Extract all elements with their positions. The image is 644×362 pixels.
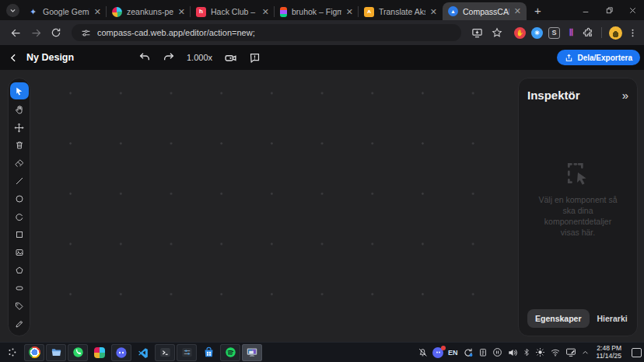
taskbar-chrome[interactable] (24, 344, 44, 361)
figma-favicon (280, 7, 287, 17)
tab-close-button[interactable]: ✕ (94, 8, 101, 16)
redo-button[interactable] (163, 51, 175, 64)
brightness-tray-icon[interactable] (535, 347, 545, 357)
clipboard-tray-icon[interactable] (478, 347, 488, 357)
gemini-favicon: ✦ (28, 7, 38, 17)
tool-eraser[interactable] (10, 155, 28, 171)
blue-extension-icon[interactable]: ✳ (531, 27, 543, 39)
puzzle-icon (583, 27, 594, 39)
hidden-icons-button[interactable] (581, 349, 590, 357)
new-tab-button[interactable]: + (534, 5, 541, 16)
tool-rounded-rectangle[interactable] (10, 280, 28, 296)
taskbar-spotify[interactable] (220, 344, 240, 361)
tab-close-button[interactable]: ✕ (514, 7, 521, 16)
chrome-icon (29, 346, 40, 358)
speaker-icon (507, 347, 518, 358)
tool-hand[interactable] (10, 102, 28, 117)
tool-pencil[interactable] (10, 316, 28, 332)
tab-zeankuns[interactable]: zeankuns-persona ✕ (107, 3, 191, 20)
app-back-button[interactable] (0, 53, 26, 63)
tool-select[interactable] (10, 82, 29, 99)
browser-menu-button[interactable] (628, 28, 638, 38)
trash-icon (15, 141, 24, 150)
start-button[interactable] (2, 344, 23, 361)
whatsapp-icon (72, 346, 84, 358)
tool-image[interactable] (10, 245, 28, 260)
tab-figma[interactable]: bruhok – Figma ✕ (275, 3, 359, 20)
tab-compasscad-active[interactable]: ▲ CompassCAD ✕ (443, 2, 527, 20)
language-indicator[interactable]: EN (448, 349, 458, 357)
tab-google-gemini[interactable]: ✦ Google Gemini ✕ (23, 3, 107, 20)
tab-label: bruhok – Figma (292, 7, 341, 16)
circle-icon (15, 194, 24, 204)
back-icon (10, 27, 22, 39)
s-extension-icon[interactable]: S (548, 27, 560, 39)
zoom-level[interactable]: 1.000x (187, 53, 212, 62)
taskbar-volume-mixer[interactable] (177, 344, 197, 361)
wifi-tray-icon[interactable] (550, 348, 561, 357)
bluetooth-icon (523, 347, 530, 357)
tab-hack-club[interactable]: h Hack Club – Ship ✕ (191, 3, 275, 20)
inspector-empty-message: Välj en komponent så ska dina komponentd… (539, 194, 618, 238)
notification-badge (441, 346, 446, 350)
tab-close-button[interactable]: ✕ (178, 8, 185, 16)
cast-display-tray-icon[interactable] (565, 347, 576, 357)
tool-polygon[interactable] (10, 263, 28, 278)
tab-close-button[interactable]: ✕ (262, 8, 269, 16)
tool-rectangle[interactable] (10, 227, 28, 242)
install-app-button[interactable] (467, 23, 486, 42)
bluetooth-tray-icon[interactable] (523, 347, 530, 357)
tool-line[interactable] (10, 173, 28, 189)
sync-icon (463, 347, 474, 358)
share-export-button[interactable]: Dela/Exportera (557, 50, 640, 65)
kebab-menu-icon (628, 28, 638, 38)
tab-hierarki[interactable]: Hierarki (597, 314, 628, 323)
minimize-button[interactable] (574, 0, 597, 20)
back-button[interactable] (6, 23, 25, 42)
taskbar-file-explorer[interactable] (46, 344, 66, 361)
taskbar-whatsapp[interactable] (68, 344, 88, 361)
reload-button[interactable] (47, 23, 65, 42)
tab-search-button[interactable] (6, 4, 19, 17)
video-camera-icon (224, 51, 237, 64)
taskbar-vscode[interactable] (133, 344, 153, 361)
taskbar-slack[interactable] (89, 344, 110, 361)
camera-button[interactable] (224, 51, 237, 64)
display-pen-icon (565, 347, 576, 357)
tool-label[interactable] (10, 298, 28, 314)
tab-close-button[interactable]: ✕ (346, 8, 353, 16)
sync-tray-icon[interactable] (463, 347, 474, 358)
purple-extension-icon[interactable]: Ⅱ (565, 27, 577, 39)
translate-favicon: ᴀ (364, 7, 374, 17)
tab-close-button[interactable]: ✕ (430, 8, 437, 16)
tool-circle[interactable] (10, 191, 28, 207)
forward-button[interactable] (26, 23, 45, 42)
tool-arc[interactable] (10, 209, 28, 225)
discord-tray-icon[interactable] (432, 347, 443, 358)
taskbar-clock[interactable]: 2:48 PM 11/14/25 (597, 345, 621, 360)
address-bar[interactable]: compass-cad.web.app/editor/action=new; (72, 24, 461, 41)
bookmark-button[interactable] (488, 23, 506, 42)
close-window-button[interactable] (621, 0, 644, 20)
volume-tray-icon[interactable] (507, 347, 518, 358)
tool-move[interactable] (10, 120, 28, 135)
taskbar-terminal[interactable] (155, 344, 175, 361)
feedback-button[interactable] (249, 52, 261, 64)
tool-delete[interactable] (10, 137, 28, 153)
profile-avatar[interactable] (609, 26, 622, 40)
show-desktop-button[interactable] (632, 348, 642, 357)
notifications-muted-button[interactable] (418, 347, 428, 357)
taskbar-discord[interactable] (111, 344, 131, 361)
taskbar-snipping-tool[interactable] (242, 344, 262, 361)
undo-button[interactable] (138, 51, 151, 64)
rounded-rectangle-icon (15, 284, 24, 293)
chevron-down-icon (9, 7, 16, 14)
restore-button[interactable] (597, 0, 621, 20)
media-pause-tray-icon[interactable] (492, 347, 502, 357)
design-canvas[interactable]: Inspektör » Välj en komponent så ska din… (0, 70, 644, 342)
extensions-menu-button[interactable] (583, 27, 594, 39)
tab-translate-aksara[interactable]: ᴀ Translate Aksara J ✕ (359, 3, 443, 20)
adblock-extension-icon[interactable]: ✋ (514, 27, 526, 39)
tab-egenskaper[interactable]: Egenskaper (527, 309, 590, 328)
taskbar-store[interactable] (198, 344, 219, 361)
